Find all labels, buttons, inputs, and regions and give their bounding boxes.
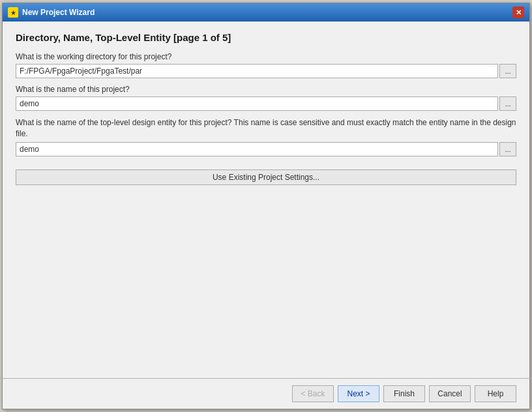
finish-button[interactable]: Finish	[383, 385, 425, 402]
name-label: What is the name of this project?	[16, 85, 516, 94]
directory-browse-button[interactable]: ...	[499, 64, 516, 78]
footer: < Back Next > Finish Cancel Help	[3, 379, 529, 409]
entity-group: What is the name of the top-level design…	[16, 117, 516, 156]
next-button[interactable]: Next >	[338, 385, 379, 402]
name-group: What is the name of this project? ...	[16, 85, 516, 111]
back-button[interactable]: < Back	[292, 385, 334, 402]
spacer	[16, 185, 516, 372]
name-input[interactable]	[16, 96, 498, 111]
entity-browse-button[interactable]: ...	[499, 142, 516, 156]
help-button[interactable]: Help	[475, 385, 516, 402]
titlebar-left: ★ New Project Wizard	[8, 7, 95, 18]
name-input-row: ...	[16, 96, 516, 111]
directory-label: What is the working directory for this p…	[16, 52, 516, 61]
name-browse-button[interactable]: ...	[499, 96, 516, 111]
entity-input-row: ...	[16, 142, 516, 156]
directory-input[interactable]	[16, 64, 498, 78]
directory-group: What is the working directory for this p…	[16, 52, 516, 78]
cancel-button[interactable]: Cancel	[429, 385, 471, 402]
page-title: Directory, Name, Top-Level Entity [page …	[16, 32, 516, 43]
wizard-icon: ★	[8, 7, 18, 18]
content-area: Directory, Name, Top-Level Entity [page …	[3, 22, 529, 378]
close-button[interactable]: ✕	[512, 7, 524, 18]
main-window: ★ New Project Wizard ✕ Directory, Name, …	[2, 3, 530, 409]
entity-label: What is the name of the top-level design…	[16, 117, 516, 140]
entity-input[interactable]	[16, 142, 498, 156]
directory-input-row: ...	[16, 64, 516, 78]
titlebar: ★ New Project Wizard ✕	[3, 3, 529, 22]
window-title: New Project Wizard	[22, 8, 95, 17]
use-existing-button[interactable]: Use Existing Project Settings...	[16, 169, 516, 185]
